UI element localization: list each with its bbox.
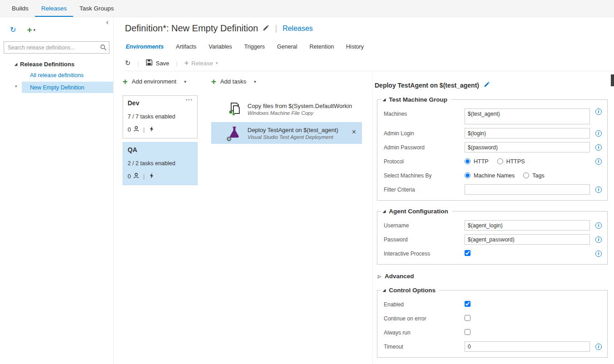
nav-builds[interactable]: Builds	[5, 0, 35, 17]
tree-item-all-release-definitions[interactable]: All release definitions	[0, 69, 113, 81]
info-icon[interactable]	[595, 236, 602, 243]
person-icon[interactable]	[133, 172, 139, 180]
remove-task-icon[interactable]: ×	[352, 128, 356, 136]
protocol-http-radio[interactable]	[465, 158, 470, 164]
tree-item-new-empty-definition[interactable]: New Empty Definition	[22, 82, 113, 93]
tags-radio[interactable]	[523, 172, 529, 178]
info-icon[interactable]	[595, 130, 602, 137]
interactive-process-checkbox[interactable]	[465, 250, 470, 256]
agent-password-input[interactable]	[465, 234, 590, 245]
info-icon[interactable]	[595, 108, 602, 115]
tab-general[interactable]: General	[277, 44, 297, 50]
field-row-admin-password: Admin Password	[384, 142, 602, 152]
plus-icon: +	[184, 59, 188, 67]
release-button-disabled[interactable]: + Release ▾	[184, 59, 218, 67]
nav-releases[interactable]: Releases	[35, 0, 73, 17]
section-header-test-machine-group[interactable]: ◢ Test Machine Group	[381, 96, 451, 103]
edit-pencil-icon[interactable]	[262, 25, 269, 33]
section-header-advanced[interactable]: ▷ Advanced	[378, 273, 610, 280]
tab-triggers[interactable]: Triggers	[244, 44, 265, 50]
edit-pencil-icon[interactable]	[484, 81, 490, 89]
scrollbar-thumb[interactable]	[611, 74, 614, 86]
field-label: Continue on error	[384, 315, 465, 322]
app-root: Builds Releases Task Groups ‹ ↻ + ▾ ◢ Re…	[0, 0, 614, 364]
environment-card-dev[interactable]: Dev ··· 7 / 7 tasks enabled 0 |	[123, 95, 198, 138]
save-button[interactable]: Save	[146, 59, 169, 67]
section-header-control-options[interactable]: ◢ Control Options	[381, 287, 439, 294]
task-details-header: Deploy TestAgent on $(test_agent)	[375, 81, 610, 89]
agent-username-input[interactable]	[465, 220, 590, 231]
field-row-password: Password	[384, 234, 602, 245]
environment-task-count: 2 / 2 tasks enabled	[128, 160, 193, 167]
filter-criteria-input[interactable]	[465, 184, 590, 195]
chevron-down-icon: ▾	[184, 79, 186, 84]
environment-card-qa[interactable]: QA 2 / 2 tasks enabled 0 |	[123, 142, 198, 185]
ellipsis-menu-icon[interactable]: ···	[186, 96, 193, 103]
machine-names-radio[interactable]	[465, 172, 470, 178]
field-label: Filter Criteria	[384, 187, 465, 193]
task-title: Copy files from $(System.DefaultWorkin	[248, 103, 362, 109]
person-icon[interactable]	[133, 126, 139, 133]
environments-column: + Add environment ▾ Dev ··· 7 / 7 tasks …	[123, 77, 213, 185]
task-item-deploy-testagent[interactable]: ⚙ Deploy TestAgent on $(test_agent) Visu…	[211, 122, 362, 144]
separator: |	[138, 60, 139, 67]
field-label: Select Machines By	[384, 172, 465, 179]
continue-on-error-checkbox[interactable]	[465, 315, 470, 321]
info-icon[interactable]	[595, 158, 602, 165]
task-item-copy-files[interactable]: Copy files from $(System.DefaultWorkin W…	[211, 98, 362, 120]
search-icon[interactable]	[100, 44, 107, 52]
section-agent-configuration: ◢ Agent Configuration Username Password …	[377, 208, 608, 265]
machines-input[interactable]: $(test_agent)	[465, 108, 590, 124]
protocol-http-label[interactable]: HTTP	[474, 158, 489, 165]
top-nav: Builds Releases Task Groups	[0, 0, 614, 17]
info-icon[interactable]	[595, 222, 602, 229]
add-environment-button[interactable]: + Add environment ▾	[123, 77, 213, 86]
field-row-machines: Machines $(test_agent)	[384, 108, 602, 124]
info-icon[interactable]	[595, 251, 602, 257]
section-header-agent-configuration[interactable]: ◢ Agent Configuration	[381, 208, 452, 215]
separator: |	[143, 126, 144, 133]
enabled-checkbox[interactable]	[465, 301, 470, 307]
admin-login-input[interactable]	[465, 128, 590, 138]
trigger-icon[interactable]	[149, 172, 155, 180]
field-row-timeout: Timeout	[384, 341, 602, 352]
info-icon[interactable]	[595, 344, 602, 350]
machine-names-label[interactable]: Machine Names	[474, 172, 515, 179]
section-control-options: ◢ Control Options Enabled Continue on er…	[377, 287, 608, 358]
triangle-expanded-icon: ◢	[383, 288, 386, 292]
add-tasks-button[interactable]: + Add tasks ▾	[211, 77, 362, 86]
nav-task-groups[interactable]: Task Groups	[73, 0, 120, 17]
field-label: Interactive Process	[384, 251, 465, 257]
tags-label[interactable]: Tags	[532, 172, 544, 179]
triangle-collapsed-icon: ▷	[378, 274, 381, 279]
section-test-machine-group: ◢ Test Machine Group Machines $(test_age…	[377, 96, 608, 201]
approvals-count: 0	[128, 173, 131, 180]
always-run-checkbox[interactable]	[465, 329, 470, 335]
copy-files-icon	[228, 102, 242, 116]
protocol-https-radio[interactable]	[497, 158, 503, 164]
field-row-always-run: Always run	[384, 327, 602, 338]
new-definition-button[interactable]: + ▾	[27, 25, 35, 34]
info-icon[interactable]	[595, 187, 602, 193]
sidebar: ‹ ↻ + ▾ ◢ Release Definitions All releas…	[0, 17, 114, 364]
approvals-count: 0	[128, 126, 131, 133]
tab-history[interactable]: History	[346, 44, 364, 50]
tab-retention[interactable]: Retention	[310, 44, 334, 50]
refresh-icon[interactable]: ↻	[125, 59, 131, 67]
releases-breadcrumb-link[interactable]: Releases	[282, 25, 313, 33]
trigger-icon[interactable]	[149, 126, 155, 133]
chevron-down-icon[interactable]: ▾	[15, 84, 17, 89]
refresh-icon[interactable]: ↻	[10, 25, 16, 34]
admin-password-input[interactable]	[465, 142, 590, 152]
field-row-admin-login: Admin Login	[384, 128, 602, 138]
tab-environments[interactable]: Environments	[126, 44, 163, 50]
tree-root-release-definitions[interactable]: ◢ Release Definitions	[0, 59, 113, 69]
info-icon[interactable]	[595, 144, 602, 151]
sidebar-collapse-icon[interactable]: ‹	[106, 18, 109, 26]
protocol-https-label[interactable]: HTTPS	[506, 158, 525, 165]
timeout-input[interactable]	[465, 341, 590, 352]
search-input[interactable]	[4, 41, 109, 54]
tab-artifacts[interactable]: Artifacts	[176, 44, 196, 50]
definition-header: Definition*: New Empty Definition | Rele…	[125, 23, 313, 34]
tab-variables[interactable]: Variables	[209, 44, 232, 50]
